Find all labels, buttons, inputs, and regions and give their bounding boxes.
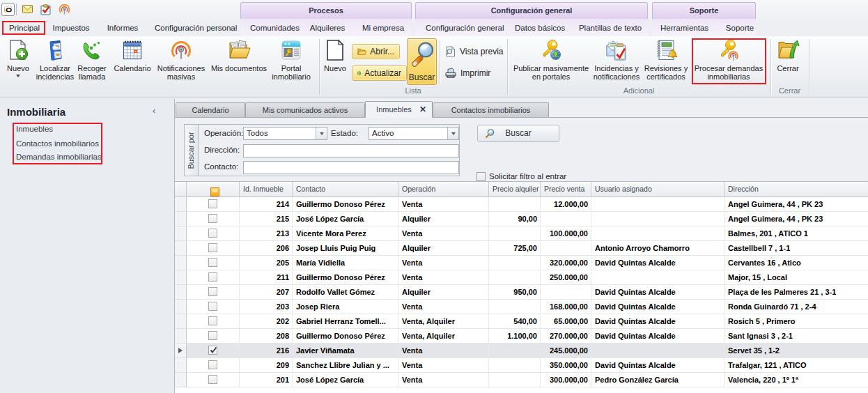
- ribbon-button-abrir[interactable]: Abrir...: [352, 44, 400, 59]
- tab-herramientas[interactable]: Herramientas: [660, 21, 708, 36]
- address-input[interactable]: [243, 144, 459, 157]
- row-checkbox[interactable]: [208, 346, 217, 355]
- tab-datos-basicos[interactable]: Datos básicos: [515, 21, 564, 36]
- ribbon-button-publicar-masivamente[interactable]: Publicar masivamente en portales: [512, 39, 590, 81]
- column-header-id[interactable]: Id. Inmueble: [240, 182, 293, 196]
- row-checkbox[interactable]: [208, 360, 217, 369]
- row-checkbox[interactable]: [208, 375, 217, 384]
- row-checkbox[interactable]: [208, 243, 217, 252]
- ribbon-button-nuevo[interactable]: Nuevo: [2, 39, 34, 77]
- operation-select[interactable]: Todos: [243, 127, 327, 140]
- filter-checkbox[interactable]: [476, 172, 486, 181]
- sidebar-item-demandas-inmobiliarias[interactable]: Demandas inmobiliarias: [16, 153, 102, 161]
- ribbon-button-nuevo-lista[interactable]: Nuevo: [320, 39, 350, 72]
- select-all-checkbox[interactable]: [187, 182, 240, 196]
- ribbon-button-portal-inmobiliario[interactable]: Portal inmobiliario: [268, 39, 314, 81]
- ribbon-button-procesar-demandas[interactable]: Procesar demandas inmobiliarias: [694, 39, 764, 81]
- column-header-precio-alquiler[interactable]: Precio alquiler: [489, 182, 541, 196]
- app-phone-icon: [2, 3, 14, 15]
- doc-tab-calendario[interactable]: Calendario: [176, 102, 245, 117]
- row-pointer-icon: [178, 348, 183, 353]
- table-row[interactable]: 205María VidiellaVenta320.000,00David Qu…: [175, 256, 868, 270]
- ribbon-button-vista-previa[interactable]: Vista previa: [445, 46, 503, 57]
- table-cell: 12.000,00: [541, 197, 591, 211]
- table-row[interactable]: 201José López GarcíaVenta300.000,00Pedro…: [175, 373, 868, 387]
- table-row[interactable]: 207Rodolfo Vallet GómezAlquiler950,00Dav…: [175, 285, 868, 300]
- ribbon-button-revisiones-certificados[interactable]: Revisiones y certificados: [639, 39, 693, 81]
- row-checkbox[interactable]: [208, 214, 217, 223]
- file-cabinet-icon: [44, 39, 66, 61]
- table-row[interactable]: 214Guillermo Donoso PérezVenta12.000,00A…: [175, 197, 868, 212]
- column-header-usuario-asignado[interactable]: Usuario asignado: [591, 182, 724, 196]
- table-cell: 213: [240, 226, 293, 240]
- search-button[interactable]: Buscar: [477, 125, 559, 142]
- tab-alquileres[interactable]: Alquileres: [307, 21, 348, 36]
- tab-mi-empresa[interactable]: Mi empresa: [362, 21, 404, 36]
- row-checkbox[interactable]: [208, 302, 217, 311]
- sidebar-item-contactos-inmobiliarios[interactable]: Contactos inmobiliarios: [16, 139, 99, 148]
- tab-comunidades[interactable]: Comunidades: [250, 21, 297, 36]
- state-select[interactable]: Activo: [369, 127, 459, 140]
- ribbon-button-cerrar[interactable]: Cerrar: [772, 39, 804, 72]
- ribbon-button-buscar[interactable]: Buscar: [407, 38, 437, 85]
- column-header-operacion[interactable]: Operación: [398, 182, 489, 196]
- column-header-contacto[interactable]: Contacto: [293, 182, 398, 196]
- tab-impuestos[interactable]: Impuestos: [52, 21, 90, 36]
- tab-configuracion-personal[interactable]: Configuración personal: [155, 21, 233, 36]
- row-checkbox[interactable]: [208, 316, 217, 325]
- doc-tab-mis-comunicados[interactable]: Mis comunicados activos: [245, 102, 365, 117]
- table-row[interactable]: 211Guillermo Donoso PérezVenta250.000,00…: [175, 270, 868, 285]
- doc-tab-contactos[interactable]: Contactos inmobiliarios: [433, 102, 549, 117]
- chevron-down-icon[interactable]: [316, 128, 327, 139]
- sidebar-item-inmuebles[interactable]: Inmuebles: [16, 125, 53, 133]
- column-header-precio-venta[interactable]: Precio venta: [541, 182, 591, 196]
- table-cell: 206: [240, 241, 293, 255]
- tab-configuracion-general[interactable]: Configuración general: [426, 21, 502, 36]
- table-cell: Alquiler: [398, 241, 489, 255]
- tab-soporte[interactable]: Soporte: [723, 21, 757, 36]
- contact-input[interactable]: [243, 161, 459, 174]
- table-row[interactable]: 203Josep RieraVenta168.000,00David Quint…: [175, 300, 868, 314]
- row-checkbox[interactable]: [208, 272, 217, 282]
- table-cell: Rosich 5 , Primero: [724, 314, 868, 328]
- table-row[interactable]: 202Gabriel Herranz Tomell...Venta, Alqui…: [175, 314, 868, 329]
- ribbon-button-actualizar[interactable]: Actualizar: [352, 66, 407, 81]
- mail-icon[interactable]: [22, 5, 33, 13]
- app-menu-button[interactable]: [1, 3, 15, 16]
- ribbon-button-recoger-llamada[interactable]: Recoger llamada: [74, 39, 110, 81]
- table-cell: Venta: [398, 300, 489, 314]
- ribbon-button-calendario[interactable]: Calendario: [111, 39, 154, 72]
- row-checkbox[interactable]: [208, 331, 217, 340]
- tab-informes[interactable]: Informes: [107, 21, 139, 36]
- column-header-direccion[interactable]: Dirección: [724, 182, 868, 196]
- ribbon-button-localizar-incidencias[interactable]: Localizar incidencias: [35, 39, 75, 81]
- group-label-cerrar: Cerrar: [770, 86, 809, 95]
- ribbon-button-mis-documentos[interactable]: Mis documentos: [208, 39, 270, 72]
- ribbon-button-imprimir[interactable]: Imprimir: [445, 68, 490, 79]
- tab-principal[interactable]: Principal: [4, 21, 45, 36]
- chevron-down-icon[interactable]: [447, 128, 458, 139]
- table-cell: 320.000,00: [541, 256, 591, 270]
- ribbon-button-notificaciones-masivas[interactable]: Notificaciones masivas: [153, 39, 209, 81]
- notebook-bell-icon: [654, 39, 678, 61]
- table-row[interactable]: 213Vicente Mora PerezVenta100.000,00Balm…: [175, 226, 868, 241]
- chevron-left-icon[interactable]: ‹: [153, 105, 155, 116]
- row-checkbox[interactable]: [208, 287, 217, 296]
- table-row[interactable]: 206Josep Lluis Puig PuigAlquiler725,00An…: [175, 241, 868, 256]
- table-row[interactable]: 208Guillermo Donoso PérezVenta, Alquiler…: [175, 329, 868, 344]
- table-cell: Venta: [398, 226, 489, 240]
- ribbon-button-incidencias-notificaciones[interactable]: Incidencias y notificaciones: [587, 39, 646, 81]
- table-row[interactable]: 215José López GarcíaAlquiler90,00Angel G…: [175, 212, 868, 226]
- row-checkbox[interactable]: [208, 229, 217, 238]
- table-row[interactable]: 216Javier ViñamataVenta245.000,00Servet …: [175, 344, 868, 358]
- tab-plantillas-de-texto[interactable]: Plantillas de texto: [578, 21, 643, 36]
- table-cell: Plaça de les Palmeres 21 , 3-1: [724, 285, 868, 299]
- table-cell: David Quintas Alcalde: [591, 329, 724, 343]
- doc-tab-inmuebles[interactable]: Inmuebles ✕: [365, 101, 433, 118]
- table-row[interactable]: 209Sanchez Llibre Julian y ...Venta350.0…: [175, 358, 868, 373]
- row-checkbox[interactable]: [208, 199, 217, 208]
- broadcast-icon[interactable]: [59, 3, 70, 15]
- row-checkbox[interactable]: [208, 258, 217, 267]
- close-tab-icon[interactable]: ✕: [419, 102, 426, 117]
- tasks-icon[interactable]: [40, 4, 51, 15]
